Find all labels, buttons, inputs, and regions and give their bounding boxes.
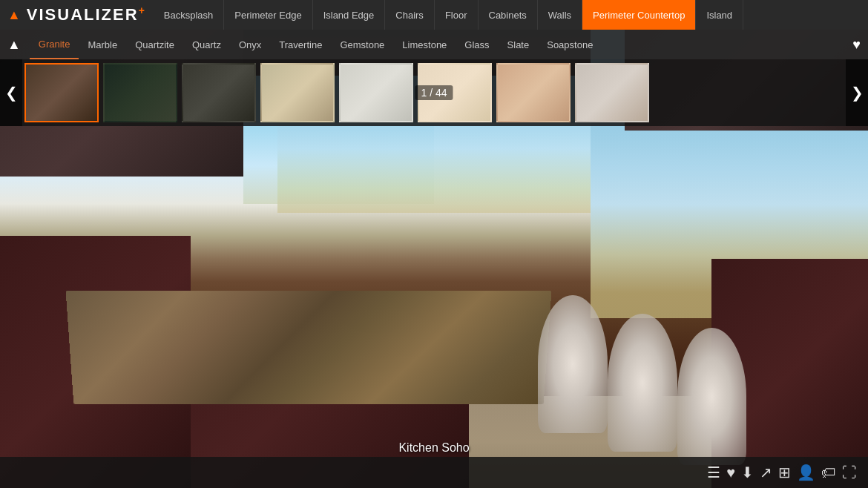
stool-1 [608,314,677,451]
nav-tab-walls[interactable]: Walls [538,0,582,30]
prev-arrow-button[interactable]: ❮ [0,59,22,126]
nav-tabs: BacksplashPerimeter EdgeIsland EdgeChair… [154,0,868,30]
thumbnail-5[interactable] [339,63,413,122]
download-icon[interactable]: ⬇ [741,464,754,481]
menu-icon[interactable]: ▲ [7,7,21,23]
stool-2 [677,328,747,465]
mat-tab-soapstone[interactable]: Soapstone [538,30,602,59]
mat-tab-gemstone[interactable]: Gemstone [331,30,393,59]
list-icon[interactable]: ☰ [707,464,720,481]
thumbnail-strip: ❮ 1 / 44 ❯ [0,59,868,126]
thumbnail-1[interactable] [24,63,99,122]
material-bar: ▲ GraniteMarbleQuartziteQuartzOnyxTraver… [0,30,868,59]
thumbnail-3[interactable] [182,63,256,122]
upload-icon[interactable]: ▲ [7,37,21,53]
share-icon[interactable]: ↗ [760,464,772,481]
thumbnail-2[interactable] [103,63,177,122]
mat-tab-quartz[interactable]: Quartz [183,30,230,59]
tag-icon[interactable]: 🏷 [821,464,836,481]
mat-tab-travertine[interactable]: Travertine [270,30,331,59]
thumbnail-7[interactable] [496,63,571,122]
logo-area: ▲ VISUALIZER+ [0,0,154,30]
nav-tab-perimeter-edge[interactable]: Perimeter Edge [224,0,312,30]
mat-tab-glass[interactable]: Glass [456,30,498,59]
island-countertop [65,291,550,403]
user-icon[interactable]: 👤 [797,464,815,481]
nav-tab-floor[interactable]: Floor [435,0,479,30]
mat-tab-quartzite[interactable]: Quartzite [126,30,183,59]
thumbnail-4[interactable] [260,63,335,122]
stool-3 [538,295,608,432]
mat-tab-onyx[interactable]: Onyx [230,30,270,59]
favorites-icon[interactable]: ♥ [852,37,861,53]
fullscreen-icon[interactable]: ⛶ [842,464,857,481]
kitchen-label: Kitchen Soho [398,441,469,455]
nav-tab-backsplash[interactable]: Backsplash [154,0,224,30]
thumbnail-6[interactable] [418,63,492,122]
nav-tab-chairs[interactable]: Chairs [385,0,435,30]
grid-icon[interactable]: ⊞ [778,464,791,481]
app-logo: VISUALIZER+ [27,4,146,24]
mat-tab-slate[interactable]: Slate [499,30,539,59]
mat-tab-marble[interactable]: Marble [79,30,126,59]
bottom-toolbar: ☰♥⬇↗⊞👤🏷⛶ [0,457,868,488]
mat-tab-limestone[interactable]: Limestone [393,30,456,59]
nav-tab-perimeter-countertop[interactable]: Perimeter Countertop [582,0,696,30]
nav-tab-island[interactable]: Island [696,0,743,30]
nav-tab-island-edge[interactable]: Island Edge [313,0,386,30]
next-arrow-button[interactable]: ❯ [846,59,868,126]
top-navigation: ▲ VISUALIZER+ BacksplashPerimeter EdgeIs… [0,0,868,30]
nav-tab-cabinets[interactable]: Cabinets [479,0,538,30]
heart-icon[interactable]: ♥ [726,464,735,481]
mat-tab-granite[interactable]: Granite [30,30,79,59]
thumbnail-8[interactable] [575,63,649,122]
thumbnail-container: 1 / 44 [22,59,846,126]
